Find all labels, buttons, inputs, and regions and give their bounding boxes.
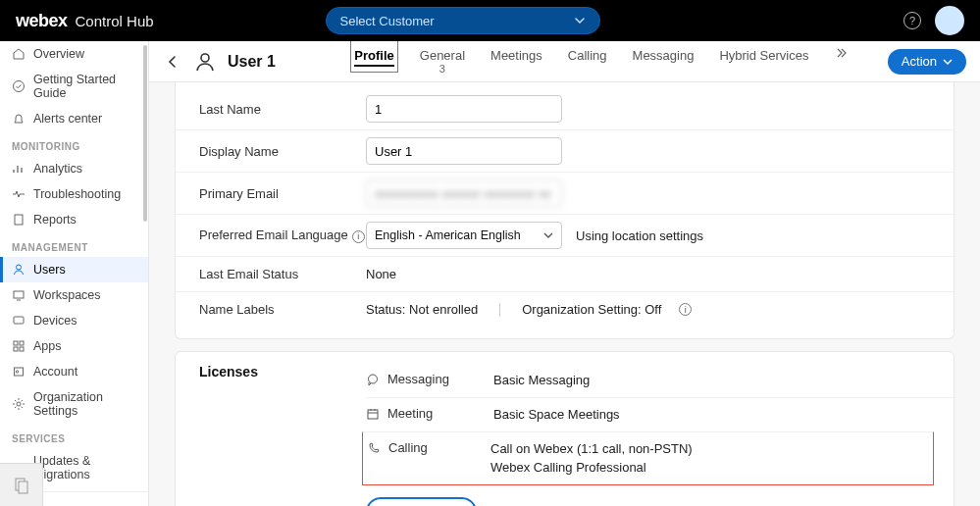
help-icon[interactable]: ? [903, 12, 921, 29]
nav-label: Apps [33, 339, 62, 353]
chevron-down-icon [943, 57, 953, 67]
phone-icon [367, 441, 381, 455]
svg-point-13 [369, 375, 378, 383]
avatar[interactable] [935, 6, 964, 35]
info-icon[interactable]: i [679, 303, 692, 316]
nav-alerts[interactable]: Alerts center [0, 106, 148, 131]
nav-users[interactable]: Users [0, 257, 148, 282]
field-label: Primary Email [199, 186, 366, 201]
info-icon[interactable]: i [352, 230, 365, 243]
tab-calling[interactable]: Calling [568, 46, 607, 65]
tab-more-icon[interactable] [834, 46, 848, 60]
location-hint: Using location settings [576, 228, 703, 243]
section-monitoring: MONITORING [0, 131, 148, 156]
chevron-down-icon [574, 15, 586, 26]
sidebar: Overview Getting Started Guide Alerts ce… [0, 41, 149, 506]
field-primary-email: Primary Email xxxxxxxxxx xxxxxx xxxxxxxx… [176, 172, 954, 214]
field-label: Display Name [199, 144, 366, 159]
license-row-calling: Calling Call on Webex (1:1 call, non-PST… [362, 431, 934, 484]
action-button[interactable]: Action [888, 49, 966, 75]
nav-account[interactable]: Account [0, 359, 148, 384]
select-customer-dropdown[interactable]: Select Customer [326, 7, 600, 34]
workspace-icon [12, 288, 26, 302]
svg-rect-5 [14, 341, 18, 345]
field-preferred-language: Preferred Email Languagei English - Amer… [176, 214, 954, 256]
license-value: Call on Webex (1:1 call, non-PSTN) Webex… [490, 440, 693, 476]
svg-rect-8 [20, 347, 24, 351]
nav-analytics[interactable]: Analytics [0, 156, 148, 181]
brand-logo: webex [16, 11, 68, 31]
field-display-name: Display Name [176, 129, 954, 172]
section-title-licenses: Licenses [176, 364, 366, 485]
nav-label: Getting Started Guide [33, 73, 136, 100]
svg-rect-16 [19, 481, 27, 493]
nav-label: Alerts center [33, 112, 102, 126]
bell-icon [12, 112, 26, 126]
svg-rect-3 [14, 291, 24, 298]
select-customer-placeholder: Select Customer [340, 14, 435, 28]
svg-point-10 [16, 371, 18, 373]
display-name-input[interactable] [366, 137, 562, 165]
nav-troubleshooting[interactable]: Troubleshooting [0, 181, 148, 207]
user-avatar-icon [194, 51, 216, 73]
device-icon [12, 314, 26, 328]
tab-general-badge: 3 [439, 63, 445, 75]
nav-label: Updates & Migrations [33, 454, 136, 481]
field-label: Last Email Status [199, 267, 366, 281]
tab-hybrid-services[interactable]: Hybrid Services [719, 46, 808, 65]
gear-icon [12, 397, 26, 411]
back-button[interactable] [163, 52, 182, 72]
topbar: webex Control Hub Select Customer ? [0, 0, 980, 41]
license-label: Messaging [387, 372, 449, 386]
brand: webex Control Hub [16, 11, 154, 31]
messaging-icon [366, 373, 380, 386]
nav-label: Account [33, 365, 77, 379]
tab-meetings[interactable]: Meetings [490, 46, 542, 65]
license-row-meeting: Meeting Basic Space Meetings [366, 397, 954, 431]
nav-label: Troubleshooting [33, 187, 121, 201]
chart-icon [12, 162, 26, 176]
nav-overview[interactable]: Overview [0, 41, 148, 67]
svg-point-11 [17, 402, 21, 406]
field-label: Name Labels [199, 302, 366, 317]
last-email-status-value: None [366, 267, 396, 281]
nav-getting-started[interactable]: Getting Started Guide [0, 67, 148, 106]
nav-workspaces[interactable]: Workspaces [0, 282, 148, 308]
nav-label: Devices [33, 314, 77, 328]
license-value: Basic Messaging [493, 372, 590, 389]
separator [499, 303, 500, 317]
nav-apps[interactable]: Apps [0, 333, 148, 359]
nav-label: Analytics [33, 162, 82, 176]
apps-icon [12, 339, 26, 353]
app-launcher-icon[interactable] [0, 463, 43, 506]
tab-general[interactable]: General 3 [420, 46, 465, 76]
brand-product: Control Hub [76, 13, 154, 29]
home-icon [12, 47, 26, 61]
chevron-down-icon [543, 230, 553, 240]
license-value: Basic Space Meetings [493, 406, 620, 424]
nav-devices[interactable]: Devices [0, 308, 148, 333]
svg-rect-6 [20, 341, 24, 345]
calendar-icon [366, 407, 380, 421]
nav-label: Organization Settings [33, 390, 136, 418]
scrollbar-thumb[interactable] [143, 45, 147, 222]
last-name-input[interactable] [366, 95, 562, 123]
field-last-name: Last Name [176, 88, 954, 129]
licenses-card: Licenses Messaging Basic Messaging [175, 351, 954, 506]
preferred-language-select[interactable]: English - American English [366, 222, 562, 249]
nav-reports[interactable]: Reports [0, 207, 148, 232]
nav-label: Users [33, 263, 66, 277]
pulse-icon [12, 187, 26, 201]
svg-point-2 [17, 265, 22, 270]
edit-licenses-button[interactable]: Edit Licenses [366, 497, 477, 506]
name-labels-status: Status: Not enrolled [366, 302, 478, 317]
license-label: Meeting [387, 406, 433, 421]
nav-org-settings[interactable]: Organization Settings [0, 384, 148, 424]
page-title: User 1 [228, 53, 276, 71]
tab-profile[interactable]: Profile [354, 46, 393, 67]
user-header: User 1 Profile General 3 Meetings Callin… [149, 41, 980, 82]
tab-messaging[interactable]: Messaging [633, 46, 695, 65]
field-label: Last Name [199, 102, 366, 117]
primary-email-input[interactable]: xxxxxxxxxx xxxxxx xxxxxxxx xx [366, 179, 562, 207]
tabbar: Profile General 3 Meetings Calling Messa… [315, 46, 848, 76]
